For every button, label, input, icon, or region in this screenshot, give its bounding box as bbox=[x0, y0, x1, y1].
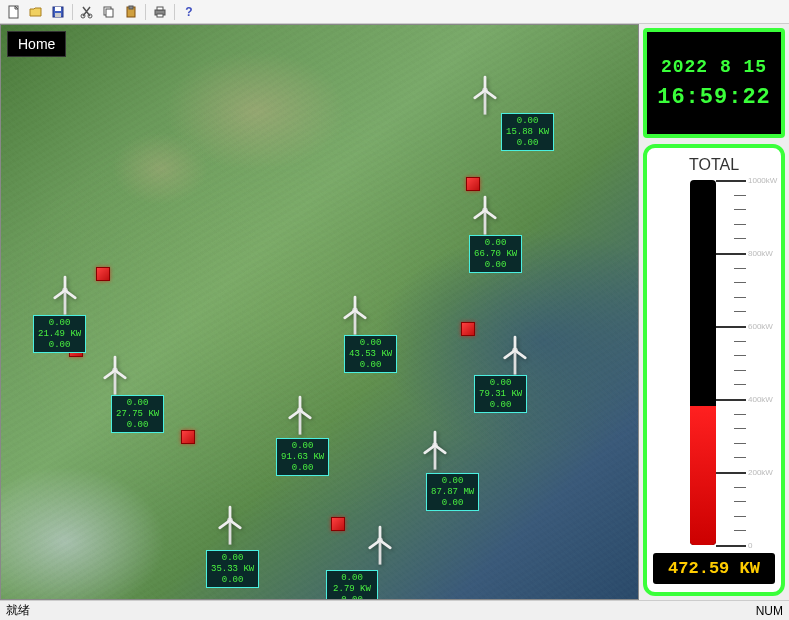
new-file-icon bbox=[7, 5, 21, 19]
print-button[interactable] bbox=[150, 2, 170, 22]
total-value: 472.59 KW bbox=[653, 553, 775, 584]
turbine-1[interactable] bbox=[471, 195, 499, 235]
turbine-0[interactable] bbox=[471, 75, 499, 115]
turbine-label-7[interactable]: 0.0087.87 MW0.00 bbox=[426, 473, 479, 511]
turbine-8[interactable] bbox=[216, 505, 244, 545]
copy-button[interactable] bbox=[99, 2, 119, 22]
turbine-label-8[interactable]: 0.0035.33 KW0.00 bbox=[206, 550, 259, 588]
turbine-3[interactable] bbox=[101, 355, 129, 395]
gauge-ticks bbox=[716, 180, 746, 545]
new-file-button[interactable] bbox=[4, 2, 24, 22]
turbine-9[interactable] bbox=[366, 525, 394, 565]
svg-rect-11 bbox=[157, 7, 163, 10]
svg-rect-2 bbox=[55, 7, 61, 11]
turbine-label-6[interactable]: 0.0091.63 KW0.00 bbox=[276, 438, 329, 476]
toolbar-separator bbox=[145, 4, 146, 20]
svg-rect-9 bbox=[129, 6, 133, 9]
alert-marker-5[interactable] bbox=[331, 517, 345, 531]
turbine-label-5[interactable]: 0.0079.31 KW0.00 bbox=[474, 375, 527, 413]
print-icon bbox=[153, 5, 167, 19]
help-icon: ? bbox=[182, 5, 196, 19]
main-area: Home 0.0015.88 KW0.000.0066.70 KW0.000.0… bbox=[0, 24, 789, 600]
sidebar: 2022 8 15 16:59:22 TOTAL 472.59 KW bbox=[639, 24, 789, 600]
map-view[interactable]: Home 0.0015.88 KW0.000.0066.70 KW0.000.0… bbox=[0, 24, 639, 600]
home-button[interactable]: Home bbox=[7, 31, 66, 57]
turbine-label-4[interactable]: 0.0043.53 KW0.00 bbox=[344, 335, 397, 373]
alert-marker-3[interactable] bbox=[461, 322, 475, 336]
toolbar: ? bbox=[0, 0, 789, 24]
open-file-icon bbox=[29, 5, 43, 19]
svg-rect-3 bbox=[55, 13, 61, 17]
total-panel: TOTAL 472.59 KW bbox=[643, 144, 785, 596]
toolbar-separator bbox=[72, 4, 73, 20]
turbine-7[interactable] bbox=[421, 430, 449, 470]
gauge-bar bbox=[690, 180, 716, 545]
svg-rect-7 bbox=[106, 9, 113, 17]
turbine-label-1[interactable]: 0.0066.70 KW0.00 bbox=[469, 235, 522, 273]
turbine-label-2[interactable]: 0.0021.49 KW0.00 bbox=[33, 315, 86, 353]
cut-button[interactable] bbox=[77, 2, 97, 22]
clock-time: 16:59:22 bbox=[657, 85, 771, 110]
gauge bbox=[653, 180, 775, 545]
cut-icon bbox=[80, 5, 94, 19]
turbine-label-9[interactable]: 0.002.79 KW0.00 bbox=[326, 570, 378, 600]
turbine-4[interactable] bbox=[341, 295, 369, 335]
clock-panel: 2022 8 15 16:59:22 bbox=[643, 28, 785, 138]
clock-date: 2022 8 15 bbox=[661, 57, 767, 77]
open-file-button[interactable] bbox=[26, 2, 46, 22]
turbine-2[interactable] bbox=[51, 275, 79, 315]
help-button[interactable]: ? bbox=[179, 2, 199, 22]
turbine-6[interactable] bbox=[286, 395, 314, 435]
toolbar-separator bbox=[174, 4, 175, 20]
alert-marker-1[interactable] bbox=[96, 267, 110, 281]
status-text: 就绪 bbox=[6, 602, 30, 619]
copy-icon bbox=[102, 5, 116, 19]
svg-text:?: ? bbox=[185, 5, 192, 19]
turbine-label-3[interactable]: 0.0027.75 KW0.00 bbox=[111, 395, 164, 433]
turbine-label-0[interactable]: 0.0015.88 KW0.00 bbox=[501, 113, 554, 151]
total-title: TOTAL bbox=[689, 156, 739, 174]
statusbar: 就绪 NUM bbox=[0, 600, 789, 620]
alert-marker-0[interactable] bbox=[466, 177, 480, 191]
turbine-5[interactable] bbox=[501, 335, 529, 375]
alert-marker-4[interactable] bbox=[181, 430, 195, 444]
svg-rect-12 bbox=[157, 14, 163, 17]
paste-button[interactable] bbox=[121, 2, 141, 22]
paste-icon bbox=[124, 5, 138, 19]
status-num: NUM bbox=[756, 604, 783, 618]
gauge-fill bbox=[690, 406, 716, 545]
save-button[interactable] bbox=[48, 2, 68, 22]
save-icon bbox=[51, 5, 65, 19]
